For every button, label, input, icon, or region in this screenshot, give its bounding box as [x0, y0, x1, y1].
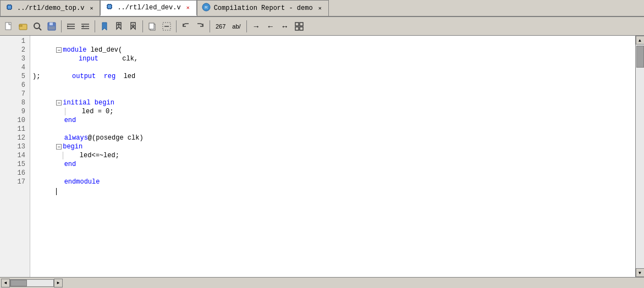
tab-compilation-report[interactable]: R Compilation Report - demo ✕ — [197, 0, 329, 16]
svg-rect-24 — [19, 25, 22, 26]
hscroll-thumb[interactable] — [10, 280, 27, 286]
toolbar-btn-arrow-both[interactable]: ↔ — [278, 20, 291, 33]
toolbar-btn-bm-next[interactable] — [126, 20, 140, 33]
svg-rect-3 — [12, 6, 12, 7]
svg-line-26 — [39, 28, 41, 30]
tab-label-2: ../rtl/led_dev.v — [117, 4, 180, 12]
code-line-14: end — [32, 151, 633, 160]
line-num-16: 16 — [0, 169, 30, 178]
toolbar-btn-grid[interactable] — [293, 20, 306, 33]
toolbar-separator-4 — [176, 20, 177, 32]
svg-rect-9 — [8, 5, 11, 9]
line-num-3: 3 — [0, 54, 30, 63]
line-num-14: 14 — [0, 151, 30, 160]
svg-rect-16 — [110, 4, 111, 4]
toolbar-btn-select-all[interactable] — [160, 20, 173, 33]
line-numbers: 1 2 3 4 5 6 7 8 9 10 11 12 13 14 15 16 1… — [0, 36, 30, 277]
hscroll-track[interactable] — [10, 279, 54, 287]
tab-demo-top[interactable]: ../rtl/demo_top.v ✕ — [0, 0, 100, 16]
toolbar-separator-6 — [246, 20, 247, 32]
tab-close-1[interactable]: ✕ — [87, 4, 95, 12]
line-num-17: 17 — [0, 178, 30, 186]
toolbar-btn-new[interactable] — [2, 20, 15, 33]
tab-close-3[interactable]: ✕ — [316, 4, 324, 12]
collapse-1[interactable]: − — [56, 47, 62, 53]
svg-rect-12 — [107, 7, 107, 8]
svg-rect-11 — [107, 5, 107, 6]
svg-rect-28 — [49, 23, 53, 25]
code-line-1: −module led_dev( — [32, 37, 633, 46]
collapse-12[interactable]: − — [56, 144, 62, 149]
bottom-bar: ◄ ► — [0, 277, 644, 288]
toolbar-btn-find[interactable] — [31, 20, 44, 33]
svg-rect-7 — [8, 9, 9, 10]
tab-label-1: ../rtl/demo_top.v — [17, 4, 84, 12]
toolbar-btn-indent-less[interactable] — [79, 20, 92, 33]
line-num-12: 12 — [0, 134, 30, 142]
svg-text:R: R — [205, 5, 208, 10]
code-area[interactable]: −module led_dev( input clk, output reg l… — [30, 36, 635, 277]
vertical-scrollbar[interactable]: ▲ ▼ — [635, 36, 644, 277]
svg-rect-47 — [295, 27, 299, 30]
svg-rect-2 — [7, 8, 7, 8]
code-line-6 — [32, 81, 633, 90]
collapse-7[interactable]: − — [56, 100, 62, 106]
line-num-11: 11 — [0, 125, 30, 134]
line-num-10: 10 — [0, 116, 30, 125]
line-num-7: 7 — [0, 90, 30, 98]
line-num-15: 15 — [0, 160, 30, 169]
svg-rect-18 — [110, 9, 111, 9]
svg-rect-5 — [8, 4, 9, 5]
tab-led-dev[interactable]: ../rtl/led_dev.v ✕ — [100, 0, 196, 16]
toolbar-btn-bm-prev[interactable] — [112, 20, 125, 33]
line-num-8: 8 — [0, 98, 30, 107]
svg-rect-4 — [12, 8, 12, 8]
scroll-thumb[interactable] — [636, 46, 644, 68]
toolbar-btn-copy[interactable] — [146, 20, 159, 33]
code-line-15 — [32, 160, 633, 169]
chip-icon-2 — [105, 2, 114, 13]
code-line-11: always@(posedge clk) — [32, 125, 633, 134]
svg-rect-14 — [112, 7, 112, 8]
tab-close-2[interactable]: ✕ — [184, 4, 192, 12]
editor-container: 1 2 3 4 5 6 7 8 9 10 11 12 13 14 15 16 1… — [0, 36, 644, 277]
line-num-9: 9 — [0, 107, 30, 116]
svg-rect-46 — [300, 23, 303, 26]
toolbar-btn-bm[interactable] — [98, 20, 111, 33]
svg-rect-48 — [300, 27, 303, 30]
toolbar-btn-arrow-right[interactable]: → — [250, 20, 263, 33]
toolbar-btn-open[interactable] — [16, 20, 30, 33]
zoom-label: 267 — [216, 23, 225, 30]
code-line-9: end — [32, 107, 633, 116]
scroll-down-arrow[interactable]: ▼ — [636, 268, 645, 277]
scroll-up-arrow[interactable]: ▲ — [636, 36, 645, 45]
toolbar-btn-indent-more[interactable] — [64, 20, 78, 33]
code-line-17 — [32, 178, 633, 186]
toolbar-separator-5 — [210, 20, 210, 32]
code-line-4: output reg led — [32, 63, 633, 72]
toolbar-btn-save[interactable] — [45, 20, 58, 33]
svg-rect-6 — [10, 4, 10, 5]
tab-bar: ../rtl/demo_top.v ✕ ../rtl/led_dev.v ✕ — [0, 0, 644, 17]
toolbar-btn-zoom[interactable]: 267 — [213, 20, 228, 33]
hscroll-left-arrow[interactable]: ◄ — [1, 279, 10, 287]
code-line-2: input clk, — [32, 46, 633, 54]
tab-label-3: Compilation Report - demo — [214, 4, 313, 12]
line-num-1: 1 — [0, 37, 30, 46]
line-num-13: 13 — [0, 142, 30, 151]
toolbar-btn-arrow-left[interactable]: ← — [264, 20, 277, 33]
svg-rect-22 — [5, 23, 11, 30]
toolbar-separator-1 — [61, 20, 62, 32]
report-icon: R — [202, 3, 211, 14]
toolbar-btn-undo[interactable] — [179, 20, 192, 33]
code-line-16: endmodule — [32, 169, 633, 178]
hscroll-right-arrow[interactable]: ► — [54, 279, 63, 287]
toolbar-btn-ab[interactable]: ab/ — [229, 20, 243, 33]
code-line-10 — [32, 116, 633, 125]
toolbar-btn-redo[interactable] — [194, 20, 207, 33]
ab-label: ab/ — [232, 23, 240, 30]
svg-point-25 — [34, 23, 40, 29]
line-num-4: 4 — [0, 63, 30, 72]
chip-icon-1 — [5, 3, 14, 14]
toolbar-separator-3 — [142, 20, 143, 32]
